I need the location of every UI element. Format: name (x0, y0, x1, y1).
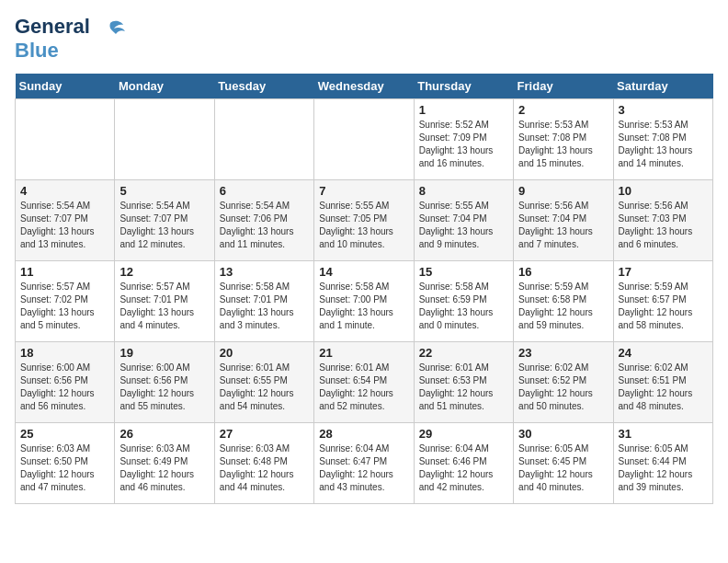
calendar-day-cell (214, 99, 313, 180)
day-of-week-header: Tuesday (214, 74, 313, 99)
day-info: Sunrise: 5:54 AM Sunset: 7:07 PM Dayligh… (20, 200, 109, 251)
calendar-day-cell: 5Sunrise: 5:54 AM Sunset: 7:07 PM Daylig… (115, 180, 214, 261)
day-number: 3 (619, 103, 708, 117)
calendar-day-cell: 22Sunrise: 6:01 AM Sunset: 6:53 PM Dayli… (414, 342, 513, 423)
day-number: 4 (20, 184, 109, 198)
day-of-week-header: Saturday (613, 74, 712, 99)
page-header: General Blue (15, 15, 713, 63)
calendar-day-cell: 27Sunrise: 6:03 AM Sunset: 6:48 PM Dayli… (214, 423, 313, 504)
day-number: 16 (518, 265, 608, 279)
day-info: Sunrise: 5:58 AM Sunset: 7:01 PM Dayligh… (220, 281, 309, 332)
calendar-day-cell: 1Sunrise: 5:52 AM Sunset: 7:09 PM Daylig… (414, 99, 513, 180)
day-number: 24 (619, 346, 708, 360)
day-number: 11 (20, 265, 109, 279)
calendar-day-cell: 4Sunrise: 5:54 AM Sunset: 7:07 PM Daylig… (16, 180, 115, 261)
day-info: Sunrise: 6:01 AM Sunset: 6:54 PM Dayligh… (319, 362, 408, 413)
calendar-day-cell: 23Sunrise: 6:02 AM Sunset: 6:52 PM Dayli… (514, 342, 613, 423)
day-info: Sunrise: 5:57 AM Sunset: 7:01 PM Dayligh… (119, 281, 209, 332)
day-number: 9 (518, 184, 608, 198)
calendar-week-row: 25Sunrise: 6:03 AM Sunset: 6:50 PM Dayli… (16, 423, 713, 504)
calendar-day-cell: 12Sunrise: 5:57 AM Sunset: 7:01 PM Dayli… (115, 261, 214, 342)
day-info: Sunrise: 6:02 AM Sunset: 6:51 PM Dayligh… (619, 362, 708, 413)
calendar-day-cell: 9Sunrise: 5:56 AM Sunset: 7:04 PM Daylig… (514, 180, 613, 261)
calendar-day-cell: 6Sunrise: 5:54 AM Sunset: 7:06 PM Daylig… (214, 180, 313, 261)
day-number: 25 (20, 427, 109, 441)
calendar-day-cell: 11Sunrise: 5:57 AM Sunset: 7:02 PM Dayli… (16, 261, 115, 342)
day-info: Sunrise: 6:01 AM Sunset: 6:53 PM Dayligh… (419, 362, 508, 413)
day-number: 10 (619, 184, 708, 198)
calendar-header-row: SundayMondayTuesdayWednesdayThursdayFrid… (16, 74, 713, 99)
day-of-week-header: Monday (115, 74, 214, 99)
calendar-day-cell: 26Sunrise: 6:03 AM Sunset: 6:49 PM Dayli… (115, 423, 214, 504)
day-number: 28 (319, 427, 408, 441)
day-number: 27 (220, 427, 309, 441)
calendar-day-cell (314, 99, 414, 180)
day-info: Sunrise: 5:53 AM Sunset: 7:08 PM Dayligh… (518, 119, 608, 170)
calendar-week-row: 4Sunrise: 5:54 AM Sunset: 7:07 PM Daylig… (16, 180, 713, 261)
day-info: Sunrise: 6:04 AM Sunset: 6:47 PM Dayligh… (319, 442, 408, 494)
day-number: 2 (518, 103, 608, 117)
day-info: Sunrise: 6:00 AM Sunset: 6:56 PM Dayligh… (119, 362, 209, 413)
day-info: Sunrise: 6:04 AM Sunset: 6:46 PM Dayligh… (419, 442, 508, 494)
calendar-day-cell: 28Sunrise: 6:04 AM Sunset: 6:47 PM Dayli… (314, 423, 414, 504)
calendar-day-cell: 19Sunrise: 6:00 AM Sunset: 6:56 PM Dayli… (115, 342, 214, 423)
day-number: 19 (119, 346, 209, 360)
day-number: 29 (419, 427, 508, 441)
day-info: Sunrise: 5:59 AM Sunset: 6:58 PM Dayligh… (518, 281, 608, 332)
day-number: 13 (220, 265, 309, 279)
calendar-day-cell: 25Sunrise: 6:03 AM Sunset: 6:50 PM Dayli… (16, 423, 115, 504)
calendar-day-cell: 3Sunrise: 5:53 AM Sunset: 7:08 PM Daylig… (613, 99, 712, 180)
day-of-week-header: Friday (514, 74, 613, 99)
day-number: 15 (419, 265, 508, 279)
calendar-day-cell: 18Sunrise: 6:00 AM Sunset: 6:56 PM Dayli… (16, 342, 115, 423)
day-number: 7 (319, 184, 408, 198)
day-of-week-header: Wednesday (314, 74, 414, 99)
calendar-day-cell: 10Sunrise: 5:56 AM Sunset: 7:03 PM Dayli… (613, 180, 712, 261)
calendar-day-cell: 17Sunrise: 5:59 AM Sunset: 6:57 PM Dayli… (613, 261, 712, 342)
day-number: 30 (518, 427, 608, 441)
day-info: Sunrise: 5:58 AM Sunset: 7:00 PM Dayligh… (319, 281, 408, 332)
day-number: 18 (20, 346, 109, 360)
day-info: Sunrise: 6:03 AM Sunset: 6:48 PM Dayligh… (220, 442, 309, 494)
day-number: 22 (419, 346, 508, 360)
day-info: Sunrise: 5:55 AM Sunset: 7:05 PM Dayligh… (319, 200, 408, 251)
day-info: Sunrise: 6:05 AM Sunset: 6:45 PM Dayligh… (518, 442, 608, 494)
logo-text: General Blue (15, 15, 90, 63)
day-info: Sunrise: 5:52 AM Sunset: 7:09 PM Dayligh… (419, 119, 508, 170)
day-info: Sunrise: 6:01 AM Sunset: 6:55 PM Dayligh… (220, 362, 309, 413)
calendar-table: SundayMondayTuesdayWednesdayThursdayFrid… (15, 74, 713, 504)
day-info: Sunrise: 6:03 AM Sunset: 6:49 PM Dayligh… (119, 442, 209, 494)
day-number: 12 (119, 265, 209, 279)
day-number: 21 (319, 346, 408, 360)
day-of-week-header: Thursday (414, 74, 513, 99)
day-of-week-header: Sunday (16, 74, 115, 99)
calendar-day-cell: 14Sunrise: 5:58 AM Sunset: 7:00 PM Dayli… (314, 261, 414, 342)
calendar-day-cell: 31Sunrise: 6:05 AM Sunset: 6:44 PM Dayli… (613, 423, 712, 504)
calendar-day-cell: 24Sunrise: 6:02 AM Sunset: 6:51 PM Dayli… (613, 342, 712, 423)
calendar-week-row: 1Sunrise: 5:52 AM Sunset: 7:09 PM Daylig… (16, 99, 713, 180)
day-info: Sunrise: 5:56 AM Sunset: 7:03 PM Dayligh… (619, 200, 708, 251)
calendar-day-cell: 16Sunrise: 5:59 AM Sunset: 6:58 PM Dayli… (514, 261, 613, 342)
logo-bird-icon (94, 16, 127, 52)
day-number: 8 (419, 184, 508, 198)
calendar-week-row: 18Sunrise: 6:00 AM Sunset: 6:56 PM Dayli… (16, 342, 713, 423)
day-info: Sunrise: 5:59 AM Sunset: 6:57 PM Dayligh… (619, 281, 708, 332)
day-number: 31 (619, 427, 708, 441)
calendar-day-cell: 21Sunrise: 6:01 AM Sunset: 6:54 PM Dayli… (314, 342, 414, 423)
day-info: Sunrise: 5:54 AM Sunset: 7:07 PM Dayligh… (119, 200, 209, 251)
calendar-day-cell: 29Sunrise: 6:04 AM Sunset: 6:46 PM Dayli… (414, 423, 513, 504)
calendar-day-cell: 15Sunrise: 5:58 AM Sunset: 6:59 PM Dayli… (414, 261, 513, 342)
calendar-day-cell: 20Sunrise: 6:01 AM Sunset: 6:55 PM Dayli… (214, 342, 313, 423)
day-info: Sunrise: 6:03 AM Sunset: 6:50 PM Dayligh… (20, 442, 109, 494)
day-number: 17 (619, 265, 708, 279)
day-number: 5 (119, 184, 209, 198)
day-number: 6 (220, 184, 309, 198)
day-info: Sunrise: 5:53 AM Sunset: 7:08 PM Dayligh… (619, 119, 708, 170)
calendar-day-cell: 7Sunrise: 5:55 AM Sunset: 7:05 PM Daylig… (314, 180, 414, 261)
logo: General Blue (15, 15, 127, 63)
calendar-day-cell (115, 99, 214, 180)
day-info: Sunrise: 5:58 AM Sunset: 6:59 PM Dayligh… (419, 281, 508, 332)
day-info: Sunrise: 6:00 AM Sunset: 6:56 PM Dayligh… (20, 362, 109, 413)
day-number: 14 (319, 265, 408, 279)
calendar-day-cell: 2Sunrise: 5:53 AM Sunset: 7:08 PM Daylig… (514, 99, 613, 180)
